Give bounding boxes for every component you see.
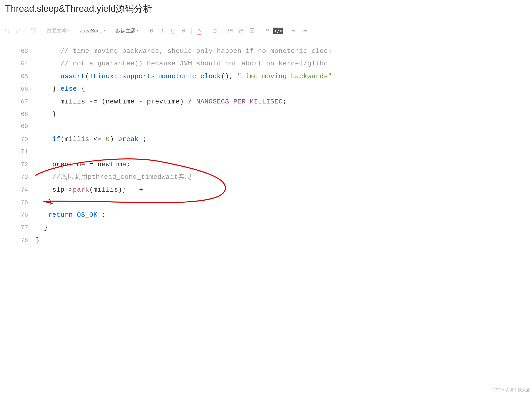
toolbar: 普通文本 ▾ JavaScr... ▾ 默认主题 ▾ B I U S A 123…: [0, 24, 532, 37]
annotation-cross-icon: +: [139, 186, 143, 194]
svg-rect-8: [240, 29, 243, 30]
align-button[interactable]: [289, 26, 298, 35]
code-line[interactable]: 71: [15, 146, 532, 158]
line-number: 67: [15, 96, 28, 108]
svg-rect-19: [303, 32, 307, 32]
code-content: }: [36, 196, 52, 209]
separator: [110, 28, 110, 34]
line-number: 73: [15, 171, 28, 183]
indent-button[interactable]: [300, 26, 309, 35]
code-content: assert(!Linux::supports_monotonic_clock(…: [36, 70, 332, 83]
line-number: 64: [15, 58, 28, 70]
code-content: //底层调用pthread_cond_timedwait实现: [36, 171, 192, 183]
code-line[interactable]: 77 }: [15, 222, 532, 234]
separator: [260, 28, 260, 34]
code-content: }: [36, 222, 48, 234]
redo-button[interactable]: [13, 26, 22, 35]
code-editor[interactable]: 63 // time moving backwards, should only…: [0, 37, 532, 254]
code-content: slp->park(millis);+: [36, 184, 143, 196]
code-line[interactable]: 63 // time moving backwards, should only…: [15, 45, 532, 57]
separator: [144, 28, 144, 34]
line-number: 66: [15, 83, 28, 95]
code-content: return OS_OK ;: [36, 209, 106, 221]
chevron-down-icon: ▾: [68, 29, 70, 32]
font-color-button[interactable]: A: [195, 26, 204, 35]
highlight-button[interactable]: [210, 26, 219, 35]
undo-button[interactable]: [3, 26, 12, 35]
code-line[interactable]: 64 // not a guarantee() because JVM shou…: [15, 57, 532, 70]
svg-rect-6: [230, 32, 233, 32]
svg-rect-14: [292, 29, 296, 29]
line-number: 68: [15, 109, 28, 120]
format-painter-button[interactable]: [29, 26, 38, 35]
svg-point-5: [228, 32, 229, 33]
code-line[interactable]: 78}: [15, 234, 532, 247]
svg-point-3: [228, 30, 229, 31]
chevron-down-icon: ▾: [103, 29, 105, 32]
ordered-list-button[interactable]: 123: [237, 26, 246, 35]
line-number: 65: [15, 71, 28, 83]
svg-rect-18: [304, 30, 307, 31]
code-content: // not a guarantee() because JVM should …: [36, 57, 328, 70]
italic-button[interactable]: I: [158, 26, 167, 35]
code-content: prevtime = newtime;: [36, 158, 130, 171]
page-title: Thread.sleep&Thread.yield源码分析: [0, 0, 532, 18]
language-dropdown[interactable]: JavaScr... ▾: [78, 27, 107, 35]
code-content: }: [36, 108, 56, 121]
paragraph-style-dropdown[interactable]: 普通文本 ▾: [44, 26, 72, 35]
code-content: // time moving backwards, should only ha…: [36, 45, 332, 57]
bold-button[interactable]: B: [147, 26, 156, 35]
svg-rect-4: [230, 30, 233, 31]
line-number: 78: [15, 235, 28, 246]
line-number: 70: [15, 134, 28, 145]
code-content: } else {: [36, 83, 85, 95]
separator: [223, 28, 223, 34]
code-line[interactable]: 65 assert(!Linux::supports_monotonic_clo…: [15, 70, 532, 83]
line-number: 75: [15, 197, 28, 208]
line-number: 71: [15, 146, 28, 158]
line-number: 63: [15, 45, 28, 57]
chevron-down-icon: ▾: [137, 29, 138, 32]
code-line[interactable]: 75 }: [15, 196, 532, 209]
code-content: }: [36, 234, 40, 247]
code-line[interactable]: 69: [15, 121, 532, 133]
code-content: millis -= (newtime - prevtime) / NANOSEC…: [36, 96, 287, 108]
svg-rect-12: [240, 32, 243, 32]
code-line[interactable]: 76 return OS_OK ;: [15, 209, 532, 221]
theme-dropdown[interactable]: 默认主题 ▾: [113, 26, 141, 35]
code-line[interactable]: 70 if(millis <= 0) break ;: [15, 133, 532, 146]
svg-rect-17: [303, 29, 307, 29]
code-line[interactable]: 73 //底层调用pthread_cond_timedwait实现: [15, 171, 532, 183]
line-number: 76: [15, 209, 28, 221]
separator: [286, 28, 286, 34]
line-number: 69: [15, 121, 28, 132]
line-number: 77: [15, 222, 28, 234]
quote-button[interactable]: [263, 26, 272, 35]
svg-rect-10: [240, 30, 243, 31]
strikethrough-button[interactable]: S: [179, 26, 188, 35]
unordered-list-button[interactable]: [226, 26, 235, 35]
svg-text:3: 3: [239, 31, 240, 33]
separator: [207, 28, 207, 34]
underline-button[interactable]: U: [168, 26, 178, 35]
code-content: if(millis <= 0) break ;: [36, 133, 147, 146]
separator: [191, 28, 192, 34]
code-line[interactable]: 68 }: [15, 108, 532, 121]
code-line[interactable]: 66 } else {: [15, 83, 532, 95]
code-line[interactable]: 67 millis -= (newtime - prevtime) / NANO…: [15, 96, 532, 108]
code-line[interactable]: 72 prevtime = newtime;: [15, 158, 532, 171]
svg-point-1: [228, 29, 229, 30]
separator: [41, 28, 41, 34]
svg-rect-15: [292, 30, 295, 31]
code-block-button[interactable]: </>: [274, 26, 283, 35]
separator: [75, 28, 75, 34]
svg-rect-13: [250, 29, 254, 33]
svg-rect-0: [32, 28, 34, 30]
svg-rect-2: [230, 29, 233, 30]
separator: [26, 28, 26, 34]
checklist-button[interactable]: [247, 26, 257, 35]
line-number: 74: [15, 184, 28, 196]
svg-rect-16: [292, 32, 296, 32]
line-number: 72: [15, 159, 28, 171]
code-line[interactable]: 74 slp->park(millis);+: [15, 184, 532, 196]
